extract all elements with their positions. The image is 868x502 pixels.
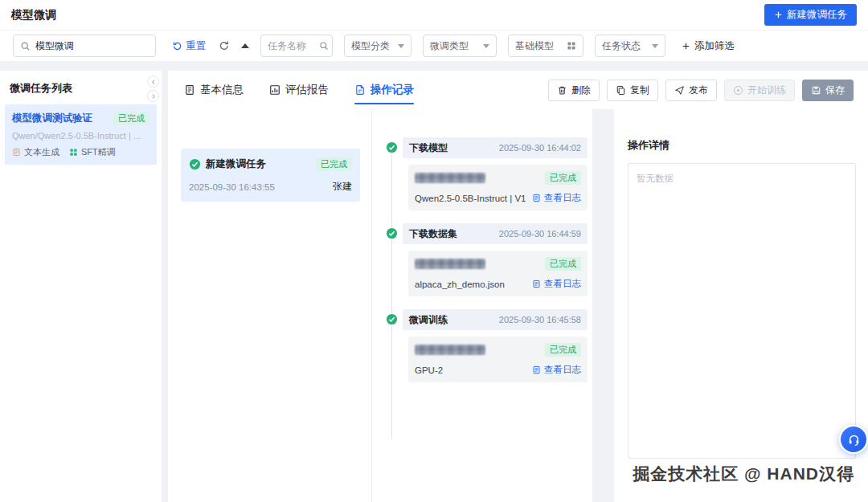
task-name: 模型微调测试验证 bbox=[12, 112, 92, 125]
tab-label: 基本信息 bbox=[200, 83, 244, 97]
task-name-input[interactable] bbox=[268, 40, 314, 51]
save-button[interactable]: 保存 bbox=[802, 80, 854, 101]
reset-button[interactable]: 重置 bbox=[172, 39, 206, 53]
grid-icon bbox=[567, 41, 576, 51]
model-category-label: 模型分类 bbox=[351, 39, 390, 53]
log-icon bbox=[532, 280, 541, 288]
save-label: 保存 bbox=[825, 84, 845, 97]
collapse-filters-button[interactable] bbox=[241, 43, 249, 48]
step-title: 微调训练 bbox=[409, 313, 448, 327]
column-divider bbox=[371, 109, 372, 502]
status-badge: 已完成 bbox=[316, 157, 352, 171]
redacted-text bbox=[415, 173, 485, 183]
tag-label: 文本生成 bbox=[24, 146, 59, 158]
new-task-button[interactable]: 新建微调任务 bbox=[764, 4, 857, 26]
finetune-type-label: 微调类型 bbox=[430, 39, 469, 53]
top-header: 模型微调 新建微调任务 bbox=[0, 0, 868, 31]
model-category-select[interactable]: 模型分类 bbox=[344, 35, 411, 57]
search-icon bbox=[319, 41, 329, 51]
view-log-link[interactable]: 查看日志 bbox=[532, 192, 581, 204]
refresh-button[interactable] bbox=[219, 40, 230, 51]
publish-label: 发布 bbox=[689, 84, 708, 97]
view-log-link[interactable]: 查看日志 bbox=[532, 278, 581, 290]
trash-icon bbox=[557, 85, 567, 96]
send-icon bbox=[674, 85, 685, 96]
step-header: 微调训练 2025-09-30 16:45:58 bbox=[403, 309, 588, 330]
root-task-time: 2025-09-30 16:43:55 bbox=[189, 182, 275, 192]
save-icon bbox=[811, 85, 821, 96]
view-log-link[interactable]: 查看日志 bbox=[532, 364, 581, 376]
tab-basic-info[interactable]: 基本信息 bbox=[184, 71, 244, 109]
status-badge: 已完成 bbox=[545, 343, 581, 357]
chevron-down-icon bbox=[483, 44, 489, 48]
action-toolbar: 删除 复制 发布 开始训练 保存 bbox=[548, 80, 854, 101]
step-detail: Qwen2.5-0.5B-Instruct | V1 bbox=[415, 194, 526, 203]
status-badge: 已完成 bbox=[545, 171, 581, 185]
publish-button[interactable]: 发布 bbox=[665, 80, 717, 101]
start-training-button[interactable]: 开始训练 bbox=[724, 80, 795, 101]
step-header: 下载数据集 2025-09-30 16:44:59 bbox=[403, 223, 588, 244]
base-model-select[interactable]: 基础模型 bbox=[508, 35, 583, 57]
check-circle-icon bbox=[386, 227, 398, 239]
panel-gap bbox=[592, 109, 614, 502]
play-icon bbox=[733, 85, 743, 96]
task-status-select[interactable]: 任务状态 bbox=[595, 35, 665, 57]
chevron-down-icon bbox=[398, 44, 404, 48]
root-task-title: 新建微调任务 bbox=[206, 157, 311, 171]
chevron-right-icon[interactable] bbox=[147, 90, 159, 102]
step-card[interactable]: 已完成 Qwen2.5-0.5B-Instruct | V1 查看日志 bbox=[408, 165, 588, 210]
headset-icon bbox=[847, 433, 861, 447]
tab-label: 操作记录 bbox=[371, 83, 414, 97]
status-badge: 已完成 bbox=[113, 112, 149, 125]
empty-text: 暂无数据 bbox=[637, 173, 674, 183]
task-name-filter[interactable] bbox=[260, 35, 333, 57]
check-circle-icon bbox=[189, 158, 201, 170]
step-card[interactable]: 已完成 GPU-2 查看日志 bbox=[408, 337, 588, 382]
tab-label: 评估报告 bbox=[285, 83, 329, 97]
timeline-step-finetune-training: 微调训练 2025-09-30 16:45:58 已完成 GPU-2 查看日志 bbox=[386, 309, 588, 382]
record-content: 新建微调任务 已完成 2025-09-30 16:43:55 张建 下载模型 2… bbox=[168, 109, 868, 502]
redacted-text bbox=[415, 345, 485, 355]
task-list-sidebar: 微调任务列表 模型微调测试验证 已完成 Qwen/Qwen2.5-0.5B-In… bbox=[0, 71, 162, 502]
copy-icon bbox=[616, 85, 626, 96]
chevron-left-icon[interactable] bbox=[147, 76, 159, 88]
reset-icon bbox=[172, 41, 182, 51]
root-task-owner: 张建 bbox=[333, 180, 352, 194]
search-box[interactable] bbox=[13, 35, 156, 57]
log-icon bbox=[532, 194, 541, 202]
delete-label: 删除 bbox=[571, 84, 591, 97]
page-title: 模型微调 bbox=[11, 8, 56, 22]
details-title: 操作详情 bbox=[628, 138, 856, 153]
plus-icon bbox=[682, 42, 690, 51]
step-card[interactable]: 已完成 alpaca_zh_demo.json 查看日志 bbox=[408, 251, 588, 296]
finetune-type-select[interactable]: 微调类型 bbox=[423, 35, 497, 57]
sidebar-collapse-control bbox=[147, 76, 159, 102]
root-task-card[interactable]: 新建微调任务 已完成 2025-09-30 16:43:55 张建 bbox=[181, 149, 360, 202]
tab-eval-report[interactable]: 评估报告 bbox=[269, 71, 329, 109]
operation-details-panel: 操作详情 暂无数据 bbox=[614, 109, 868, 502]
step-header: 下载模型 2025-09-30 16:44:02 bbox=[403, 137, 588, 158]
tab-bar: 基本信息 评估报告 操作记录 删除 复制 发布 bbox=[168, 71, 868, 109]
add-filter-button[interactable]: 添加筛选 bbox=[682, 39, 735, 53]
copy-button[interactable]: 复制 bbox=[607, 80, 658, 101]
redacted-text bbox=[415, 259, 485, 269]
watermark: 掘金技术社区 @ HAND汉得 bbox=[633, 463, 854, 485]
clipboard-icon bbox=[184, 84, 195, 96]
start-training-label: 开始训练 bbox=[747, 84, 786, 97]
main-panel: 基本信息 评估报告 操作记录 删除 复制 发布 bbox=[168, 71, 868, 502]
search-input[interactable] bbox=[35, 40, 149, 51]
delete-button[interactable]: 删除 bbox=[548, 80, 600, 101]
step-title: 下载数据集 bbox=[409, 227, 457, 241]
assistant-float-button[interactable] bbox=[839, 425, 868, 454]
chevron-down-icon bbox=[652, 44, 658, 48]
add-filter-label: 添加筛选 bbox=[694, 39, 735, 53]
step-detail: GPU-2 bbox=[415, 365, 443, 375]
bar-chart-icon bbox=[269, 84, 280, 96]
check-circle-icon bbox=[386, 313, 398, 325]
step-time: 2025-09-30 16:45:58 bbox=[499, 315, 581, 324]
task-list-item[interactable]: 模型微调测试验证 已完成 Qwen/Qwen2.5-0.5B-Instruct … bbox=[5, 104, 157, 165]
tag-text-generation: 文本生成 bbox=[12, 146, 59, 158]
base-model-label: 基础模型 bbox=[515, 39, 554, 53]
tag-sft: SFT精调 bbox=[69, 146, 116, 158]
tab-operation-record[interactable]: 操作记录 bbox=[354, 71, 414, 109]
